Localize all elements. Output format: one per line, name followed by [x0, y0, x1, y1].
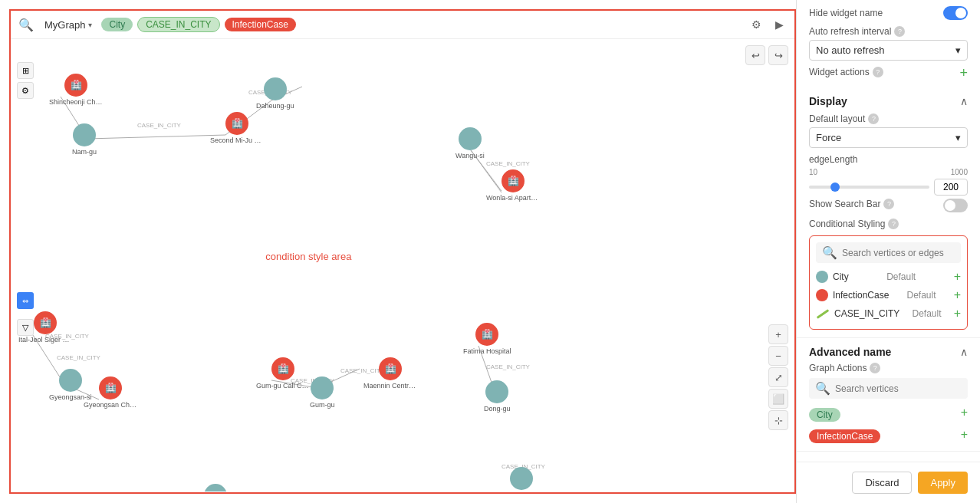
settings-icon[interactable]: ⚙: [747, 15, 765, 34]
node-icon-red: 🏥: [502, 169, 525, 192]
auto-refresh-select[interactable]: No auto refresh ▾: [809, 40, 968, 61]
node-17[interactable]: Uiryeongsi: [505, 467, 538, 491]
advanced-toggle-icon: ∧: [960, 346, 968, 358]
add-cond-infection-icon[interactable]: +: [954, 288, 961, 302]
node-icon-teal: [459, 127, 482, 150]
graph-canvas[interactable]: CASE_IN_CITY CASE_IN_CITY CASE_IN_CITY C…: [11, 39, 794, 491]
edge-length-label: edgeLength: [809, 154, 968, 165]
adv-tag-infection[interactable]: InfectionCase: [809, 429, 880, 443]
edge-length-control: 200: [809, 179, 968, 196]
node-icon-red: 🏥: [475, 323, 498, 346]
sidebar-icon-1[interactable]: ⊞: [17, 62, 34, 79]
info-icon-cond: ?: [888, 219, 899, 229]
discard-button[interactable]: Discard: [852, 472, 912, 494]
edge-length-slider[interactable]: [809, 186, 929, 189]
node-icon-teal: [59, 369, 82, 392]
filter-icon-btn[interactable]: ▽: [17, 319, 34, 336]
add-cond-city-icon[interactable]: +: [954, 270, 961, 284]
default-layout-label: Default layout ?: [809, 113, 968, 124]
node-3[interactable]: 🏥 Second Mi-Ju Hospital: [210, 112, 264, 144]
advanced-name-title: Advanced name: [809, 346, 891, 358]
mid-left-sidebar: ⇔: [17, 292, 34, 309]
node-12[interactable]: Gum-gu: [310, 376, 335, 409]
graph-area[interactable]: 🔍 MyGraph ▾ City CASE_IN_CITY InfectionC…: [9, 9, 796, 494]
sidebar-icon-2[interactable]: ⚙: [17, 82, 34, 99]
cond-row-infection: InfectionCase Default +: [816, 286, 961, 304]
search-icon[interactable]: 🔍: [17, 15, 35, 34]
node-icon-teal: [485, 380, 508, 403]
zoom-controls: + − ⤢ ⬜ ⊹: [768, 324, 788, 430]
svg-text:CASE_IN_CITY: CASE_IN_CITY: [486, 160, 531, 167]
adv-infection-row: InfectionCase +: [809, 426, 968, 443]
zoom-out-icon[interactable]: −: [768, 346, 788, 366]
node-7[interactable]: 🏥 Wonla-si Apartments: [486, 169, 540, 202]
node-icon-red: 🏥: [271, 357, 294, 380]
display-section-header[interactable]: Display ∧: [809, 95, 968, 107]
node-15[interactable]: Dong-gu: [484, 380, 511, 413]
redo-icon[interactable]: ↪: [768, 45, 788, 65]
info-icon-layout: ?: [868, 113, 879, 124]
select-icon[interactable]: ⬜: [768, 389, 788, 409]
conditional-styling-section: Conditional Styling ? 🔍 City Defaul: [809, 219, 968, 330]
cond-search-input[interactable]: [842, 248, 957, 258]
fullscreen-icon[interactable]: ⊹: [768, 410, 788, 430]
undo-redo: ↩ ↪: [745, 45, 788, 65]
tag-case-in-city[interactable]: CASE_IN_CITY: [137, 17, 219, 32]
cond-city-label: City: [833, 271, 849, 282]
adv-search-input[interactable]: [835, 383, 962, 394]
node-icon-teal: [311, 376, 334, 399]
left-sidebar: ⊞ ⚙: [17, 62, 34, 99]
cond-row-city: City Default +: [816, 268, 961, 286]
expand-icon[interactable]: ⇔: [17, 292, 34, 309]
add-cond-case-icon[interactable]: +: [954, 307, 961, 321]
undo-icon[interactable]: ↩: [745, 45, 765, 65]
hide-widget-section: Hide widget name Auto refresh interval ?…: [797, 0, 980, 87]
widget-actions-row: Widget actions ? +: [809, 65, 968, 81]
node-icon-teal: [510, 467, 533, 490]
hide-widget-label: Hide widget name: [809, 8, 883, 18]
info-icon-search: ?: [883, 199, 894, 209]
add-adv-city-icon[interactable]: +: [961, 406, 968, 419]
adv-search: 🔍: [809, 378, 968, 399]
fit-icon[interactable]: ⤢: [768, 367, 788, 387]
zoom-in-icon[interactable]: +: [768, 324, 788, 344]
cond-infection-label: InfectionCase: [833, 290, 889, 301]
chevron-down-layout-icon: ▾: [955, 132, 961, 143]
node-16[interactable]: [204, 484, 227, 491]
node-9[interactable]: Gyeongsan-si: [49, 369, 92, 401]
node-13[interactable]: 🏥 Maennin Central Church: [363, 357, 417, 390]
hide-widget-toggle[interactable]: [943, 6, 968, 20]
toolbar-right: ⚙ ▶: [747, 15, 788, 34]
case-in-city-line-icon: [816, 307, 830, 321]
default-layout-select[interactable]: Force ▾: [809, 127, 968, 148]
node-1[interactable]: 🏥 Shincheonji Church: [49, 74, 103, 106]
hide-widget-row: Hide widget name: [809, 6, 968, 20]
apply-button[interactable]: Apply: [918, 472, 968, 494]
adv-tag-city[interactable]: City: [809, 408, 840, 422]
graph-actions-section: Graph Actions ? 🔍 City + Infe: [809, 363, 968, 443]
add-widget-action-icon[interactable]: +: [959, 65, 968, 81]
graph-selector[interactable]: MyGraph ▾: [40, 18, 97, 32]
show-search-bar-row: Show Search Bar ?: [809, 199, 968, 212]
auto-refresh-label: Auto refresh interval ?: [809, 26, 968, 37]
node-6[interactable]: Wangu-si: [455, 127, 485, 159]
node-2[interactable]: Nam-gu: [72, 123, 97, 156]
tag-infection[interactable]: InfectionCase: [225, 18, 296, 31]
show-search-bar-toggle[interactable]: [943, 199, 968, 212]
play-icon[interactable]: ▶: [770, 15, 788, 34]
node-14[interactable]: 🏥 Fatima Hospital: [463, 323, 511, 355]
edge-length-input[interactable]: 200: [934, 179, 968, 196]
node-4[interactable]: Daheung-gu: [256, 77, 294, 110]
display-toggle-icon: ∧: [960, 95, 968, 107]
node-icon-red: 🏥: [99, 376, 122, 399]
advanced-name-header[interactable]: Advanced name ∧: [809, 346, 968, 358]
node-icon-red: 🏥: [34, 311, 57, 334]
svg-line-1: [87, 135, 225, 139]
node-11[interactable]: 🏥 Gum-gu Call Center: [256, 357, 310, 390]
adv-search-icon: 🔍: [815, 381, 830, 396]
tag-city[interactable]: City: [101, 18, 133, 31]
graph-actions-header: Graph Actions ?: [809, 363, 968, 373]
add-adv-infection-icon[interactable]: +: [961, 428, 968, 442]
cond-styling-label: Conditional Styling: [809, 219, 885, 229]
infection-dot: [816, 289, 828, 301]
